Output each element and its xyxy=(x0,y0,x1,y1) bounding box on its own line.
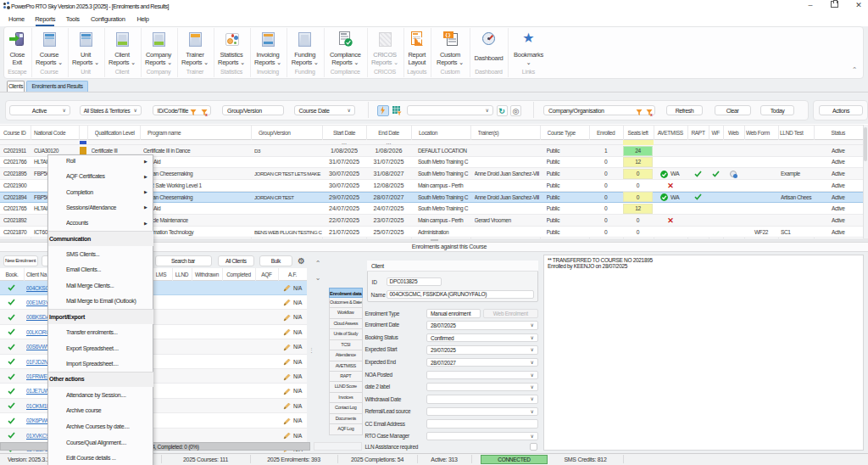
svg-text:x: x xyxy=(650,112,653,116)
svg-text:x: x xyxy=(205,112,208,116)
